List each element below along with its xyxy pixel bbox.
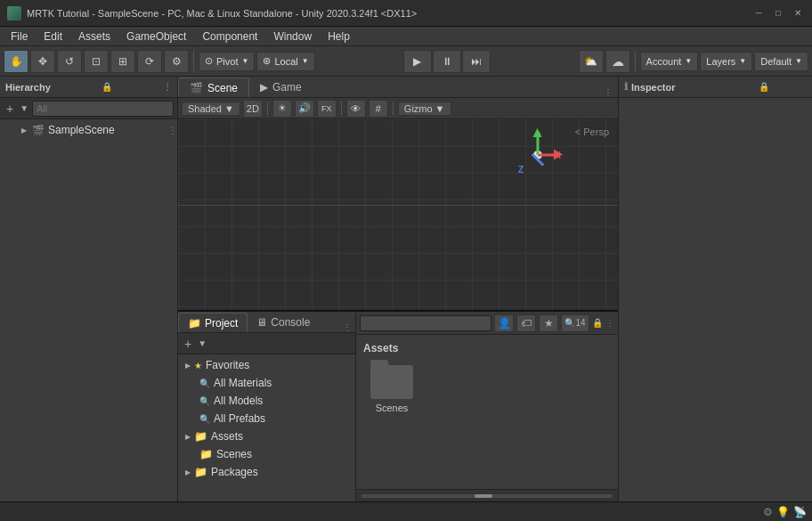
gizmos-label: Gizmo [404,103,433,114]
minimize-button[interactable]: ─ [751,6,766,20]
scroll-thumb[interactable] [475,494,492,498]
pivot-dropdown[interactable]: ⊙ Pivot ▼ [199,52,255,71]
search-icon-pre: 🔍 [199,414,210,424]
menu-help[interactable]: Help [321,28,357,45]
project-area: 📁 Project 🖥 Console ⋮ + ▼ ▶ [178,310,618,501]
hierarchy-lock[interactable]: 🔒 [102,82,112,92]
menu-gameobject[interactable]: GameObject [119,28,193,45]
layers-dropdown[interactable]: Layers ▼ [700,52,752,71]
assets-filter-btn3[interactable]: ★ [539,314,558,332]
menu-component[interactable]: Component [195,28,264,45]
favorites-arrow: ▶ [185,362,191,370]
project-tab-label: Project [205,317,238,330]
assets-filter-btn1[interactable]: 👤 [494,314,514,332]
pause-button[interactable]: ⏸ [433,50,461,73]
status-bar: ⚙ 💡 📡 [0,501,812,521]
menu-file[interactable]: File [4,28,35,45]
scene-grid-btn[interactable]: # [369,100,388,118]
hierarchy-content: ▶ 🎬 SampleScene ⋮ [0,119,177,501]
tree-all-materials[interactable]: 🔍 All Materials [178,374,355,392]
inspector-lock[interactable]: 🔒 [759,82,769,92]
scene-cam-btn[interactable]: 👁 [346,100,366,118]
hierarchy-dropdown-arrow[interactable]: ▼ [20,103,28,113]
asset-scenes-folder[interactable]: Scenes [363,362,420,417]
scenes-label: Scenes [216,448,252,460]
menu-window[interactable]: Window [266,28,319,45]
hierarchy-add-btn[interactable]: + [4,102,16,116]
lighting-btn[interactable]: ☀ [272,100,292,118]
status-icon-1[interactable]: ⚙ [763,506,773,518]
sep1 [193,52,194,71]
assets-filter-btn2[interactable]: 🏷 [516,314,536,332]
tab-scene[interactable]: 🎬 Scene [178,77,249,97]
tool-rect[interactable]: ⊞ [110,50,135,73]
tree-packages[interactable]: ▶ 📁 Packages [178,463,355,481]
project-panel-menu[interactable]: ⋮ [339,322,355,332]
app-icon [7,6,21,20]
all-materials-label: All Materials [214,377,272,389]
tool-move[interactable]: ✥ [30,50,55,73]
sep2 [635,52,636,71]
local-icon: ⊛ [263,55,271,67]
shading-arrow: ▼ [224,103,234,114]
tool-transform[interactable]: ⟳ [137,50,162,73]
local-arrow: ▼ [302,57,309,65]
view-tabs-menu[interactable]: ⋮ [598,87,618,97]
status-icon-3[interactable]: 📡 [793,506,807,518]
persp-label: < Persp [575,126,609,137]
assets-heading: Assets [363,342,611,354]
gizmos-dropdown[interactable]: Gizmo ▼ [398,102,451,116]
tree-all-models[interactable]: 🔍 All Models [178,392,355,410]
scene-gizmo[interactable]: X Y Z [511,128,564,182]
tree-scenes[interactable]: 📁 Scenes [178,445,355,463]
maximize-button[interactable]: □ [771,6,785,20]
shading-dropdown[interactable]: Shaded ▼ [182,102,240,116]
tool-rotate[interactable]: ↺ [57,50,82,73]
menu-bar: File Edit Assets GameObject Component Wi… [0,27,812,46]
menu-assets[interactable]: Assets [71,28,118,45]
local-dropdown[interactable]: ⊛ Local ▼ [256,52,314,71]
pivot-icon: ⊙ [205,55,213,67]
hierarchy-search-input[interactable] [32,101,174,117]
2d-button[interactable]: 2D [243,100,263,118]
tree-assets[interactable]: ▶ 📁 Assets [178,427,355,445]
fx-btn[interactable]: FX [317,100,337,118]
menu-edit[interactable]: Edit [37,28,69,45]
scene-menu-dots[interactable]: ⋮ [168,126,177,135]
tool-custom[interactable]: ⚙ [164,50,189,73]
layout-label: Default [760,56,792,67]
all-models-label: All Models [214,395,263,407]
tab-console[interactable]: 🖥 Console [248,313,319,332]
layout-dropdown[interactable]: Default ▼ [754,52,808,71]
gizmo-z-label: Z [518,165,524,175]
toolbar: ✋ ✥ ↺ ⊡ ⊞ ⟳ ⚙ ⊙ Pivot ▼ ⊛ Local ▼ ▶ ⏸ ⏭ … [0,46,812,77]
assets-panel-menu[interactable]: ⋮ [605,318,614,328]
assets-panel-lock[interactable]: 🔒 [592,318,603,328]
tool-scale[interactable]: ⊡ [84,50,109,73]
cloud-button[interactable]: ☁ [605,50,630,73]
assets-folder-icon: 📁 [194,430,207,443]
close-button[interactable]: ✕ [791,6,805,20]
assets-filter-btn4[interactable]: 🔍 14 [561,314,589,332]
gizmo-y-label: Y [535,132,541,142]
tab-game[interactable]: ▶ Game [249,77,313,97]
scroll-track[interactable] [361,494,613,498]
play-button[interactable]: ▶ [403,50,432,73]
scene-item-samplescene[interactable]: ▶ 🎬 SampleScene ⋮ [0,121,177,139]
tree-favorites[interactable]: ▶ ★ Favorites [178,356,355,374]
account-dropdown[interactable]: Account ▼ [640,52,699,71]
scene-viewport[interactable]: < Persp X Y Z [178,119,618,310]
tree-all-prefabs[interactable]: 🔍 All Prefabs [178,410,355,427]
step-button[interactable]: ⏭ [462,50,491,73]
tool-hand[interactable]: ✋ [4,50,28,73]
scene-tb-sep1 [267,102,268,116]
assets-search-input[interactable] [360,315,491,331]
tab-project[interactable]: 📁 Project [178,313,248,332]
project-add-btn[interactable]: + [182,337,194,351]
project-add-arrow[interactable]: ▼ [198,338,207,348]
audio-btn[interactable]: 🔊 [295,100,314,118]
status-icon-2[interactable]: 💡 [776,506,790,518]
hierarchy-menu[interactable]: ⋮ [163,82,172,92]
collab-button[interactable]: ⛅ [579,50,604,73]
assets-scrollbar[interactable] [356,489,618,501]
